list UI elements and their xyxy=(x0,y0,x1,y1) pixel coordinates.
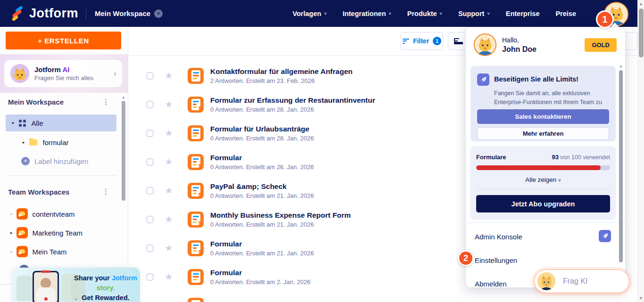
star-icon[interactable]: ★ xyxy=(164,243,173,253)
panel-scrollbar[interactable]: ▲ xyxy=(619,64,623,299)
form-meta: 0 Antworten. Erstellt am 21. Jan. 2026 xyxy=(210,192,314,199)
nav-divider xyxy=(86,8,86,20)
window-scrollbar[interactable]: ▲ ▼ xyxy=(637,0,644,302)
row-checkbox[interactable] xyxy=(146,72,154,80)
form-meta: 0 Antworten. Erstellt am 26. Jan. 2026 xyxy=(210,163,314,171)
nav-support[interactable]: Support˅ xyxy=(458,10,490,17)
upgrade-button[interactable]: Jetzt Abo upgraden xyxy=(476,195,610,212)
nav-enterprise[interactable]: Enterprise xyxy=(506,10,540,17)
payment-form-icon: $ xyxy=(188,240,204,256)
form-title[interactable]: Monthly Business Expense Report Form xyxy=(210,211,351,220)
my-workspace-section-title: Mein Workspace xyxy=(8,98,64,106)
payment-form-icon: $ xyxy=(188,97,204,113)
nav-preise[interactable]: Preise xyxy=(555,10,576,17)
star-icon[interactable]: ★ xyxy=(164,156,173,167)
row-checkbox[interactable] xyxy=(146,158,154,166)
form-icon: $ xyxy=(188,269,204,285)
payment-form-icon: $ xyxy=(188,183,204,199)
menu-item-einstellungen[interactable]: Einstellungen xyxy=(466,250,625,270)
payment-form-icon: $ xyxy=(188,212,204,228)
row-checkbox[interactable] xyxy=(146,130,154,137)
usage-label: Formulare xyxy=(476,154,506,161)
annotation-step-1: 1 xyxy=(596,10,614,28)
star-icon[interactable]: ★ xyxy=(164,70,173,81)
star-icon[interactable]: ★ xyxy=(164,271,173,282)
ai-title: Jotform xyxy=(34,65,61,73)
greeting-text: Hallo, xyxy=(502,36,537,44)
sidebar-item-alle[interactable]: ▾ Alle xyxy=(6,114,116,131)
form-title[interactable]: Formular xyxy=(210,154,314,162)
team-icon xyxy=(17,227,28,238)
form-title[interactable]: Formular xyxy=(210,240,314,248)
show-all-link[interactable]: Alle zeigen ˅ xyxy=(476,176,610,183)
sidebar-item-contentvteam[interactable]: ▸ contentvteam xyxy=(6,206,116,222)
account-header: Hallo, John Doe GOLD xyxy=(466,27,625,62)
nav-integrationen[interactable]: Integrationen˅ xyxy=(343,10,391,17)
scroll-down-icon: ▼ xyxy=(638,294,644,302)
toolbar-edge-button[interactable] xyxy=(626,32,637,50)
form-meta: 2 Antworten. Erstellt am 23. Feb. 2026 xyxy=(210,77,353,84)
plus-circle-icon: + xyxy=(21,157,30,165)
filter-button[interactable]: Filter 1 xyxy=(401,32,443,50)
star-icon[interactable]: ★ xyxy=(164,185,173,196)
rocket-icon xyxy=(477,73,489,86)
scrollbar-thumb[interactable] xyxy=(122,101,125,201)
create-button[interactable]: + ERSTELLEN xyxy=(6,32,121,49)
row-checkbox[interactable] xyxy=(146,216,154,223)
filter-count-badge: 1 xyxy=(433,37,441,45)
nav-produkte[interactable]: Produkte˅ xyxy=(407,10,442,17)
sidebar-item-mein-team[interactable]: ▸ Mein Team xyxy=(6,244,116,260)
folder-icon xyxy=(29,139,37,146)
chevron-down-icon: ˅ xyxy=(440,11,442,16)
scrollbar-thumb[interactable] xyxy=(639,8,644,57)
add-label-button[interactable]: + Label hinzufügen xyxy=(6,153,116,169)
team-icon xyxy=(17,246,28,257)
star-icon[interactable]: ★ xyxy=(164,99,173,110)
user-avatar xyxy=(474,33,496,56)
jotform-ai-banner[interactable]: Jotform AI Fragen Sie mich alles › xyxy=(4,60,122,87)
user-name: John Doe xyxy=(502,45,537,54)
star-icon[interactable]: ★ xyxy=(164,128,173,139)
caret-right-icon: ▸ xyxy=(10,230,13,235)
menu-divider xyxy=(466,222,625,223)
form-icon: $ xyxy=(188,298,204,302)
star-icon[interactable]: ★ xyxy=(164,214,173,225)
ask-ai-button[interactable]: Frag KI xyxy=(534,269,629,293)
form-title[interactable]: Formular xyxy=(210,269,310,277)
scroll-up-icon: ▲ xyxy=(121,95,126,99)
learn-more-button[interactable]: Mehr erfahren xyxy=(477,127,609,140)
contact-sales-button[interactable]: Sales kontaktieren xyxy=(477,109,609,124)
jotform-logo[interactable]: Jotform xyxy=(10,6,78,21)
nav-vorlagen[interactable]: Vorlagen˅ xyxy=(292,10,326,17)
caret-right-icon: ▸ xyxy=(10,249,13,254)
form-title[interactable]: Formular für Urlaubsanträge xyxy=(210,125,314,133)
form-title[interactable]: PayPal &amp; Scheck xyxy=(210,182,314,191)
row-checkbox[interactable] xyxy=(146,245,154,252)
kebab-menu-icon[interactable]: ⋮ xyxy=(102,188,109,196)
payment-form-icon: $ xyxy=(188,154,204,170)
ai-cat-avatar-icon xyxy=(537,272,555,290)
sidebar-item-formular[interactable]: ▸ formular xyxy=(6,134,116,150)
kebab-menu-icon[interactable]: ⋮ xyxy=(102,98,109,106)
form-title[interactable]: Formular zur Erfassung der Restaurantinv… xyxy=(210,96,375,105)
form-meta: 0 Antworten. Erstellt am 28. Jan. 2026 xyxy=(210,135,314,142)
chevron-down-icon[interactable]: ⌄ xyxy=(12,294,140,302)
team-workspaces-section-title: Team Workspaces xyxy=(8,188,69,196)
chevron-down-icon: ˅ xyxy=(389,11,391,16)
annotation-step-2: 2 xyxy=(458,250,474,266)
caret-right-icon: ▸ xyxy=(23,140,25,145)
row-checkbox[interactable] xyxy=(146,273,154,281)
scroll-up-icon: ▲ xyxy=(638,0,644,8)
row-checkbox[interactable] xyxy=(146,101,154,108)
story-ad-card[interactable]: Share your Jotform story. Get Rewarded. … xyxy=(12,268,140,302)
sidebar-item-marketing-team[interactable]: ▸ Marketing Team xyxy=(6,225,116,241)
form-title[interactable]: Kontaktformular für allgemeine Anfragen xyxy=(210,67,353,76)
workspace-switcher[interactable]: Mein Workspace ˅ xyxy=(95,9,163,18)
ai-cat-avatar-icon xyxy=(10,64,29,83)
jotform-logo-icon xyxy=(10,6,25,21)
usage-used: 93 xyxy=(552,154,558,161)
row-checkbox[interactable] xyxy=(146,187,154,195)
sidebar-border xyxy=(128,27,128,302)
caret-right-icon: ▸ xyxy=(10,212,13,216)
scrollbar-thumb[interactable] xyxy=(619,70,623,262)
